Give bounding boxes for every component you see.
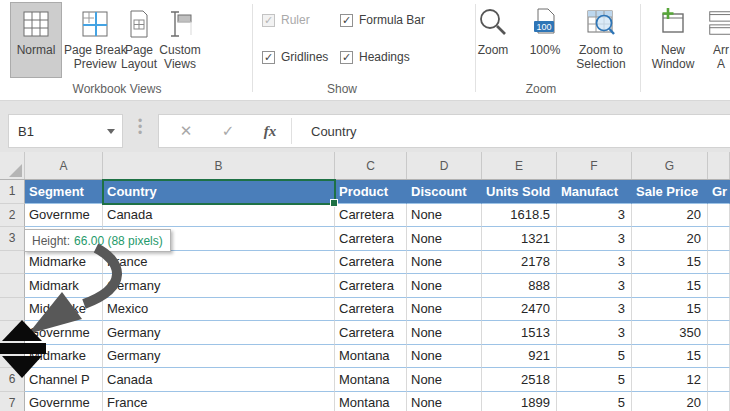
cell[interactable]: Montana <box>335 345 407 369</box>
checkbox-headings[interactable]: ✓Headings <box>340 50 410 64</box>
row-number[interactable] <box>0 298 25 322</box>
cell[interactable]: None <box>407 392 482 411</box>
cell[interactable]: 3 <box>557 298 632 322</box>
cell[interactable]: 20 <box>632 227 708 251</box>
cell[interactable]: None <box>407 274 482 298</box>
formula-content[interactable]: Country <box>301 115 357 147</box>
cell[interactable]: 15 <box>632 345 708 369</box>
cell[interactable] <box>708 368 730 392</box>
cell[interactable]: Units Sold <box>482 180 557 204</box>
cell[interactable]: 5 <box>557 368 632 392</box>
column-header-c[interactable]: C <box>335 152 407 179</box>
cell[interactable] <box>708 321 730 345</box>
cell[interactable]: Product <box>335 180 407 204</box>
cell[interactable] <box>708 345 730 369</box>
checkbox-formula-bar[interactable]: ✓Formula Bar <box>340 13 425 27</box>
cell[interactable]: 2470 <box>482 298 557 322</box>
cell[interactable]: 15 <box>632 251 708 275</box>
row-number[interactable] <box>0 321 25 345</box>
fill-handle[interactable] <box>330 199 338 207</box>
enter-icon[interactable]: ✓ <box>211 115 245 147</box>
cell[interactable] <box>708 392 730 411</box>
name-box-dropdown-icon[interactable] <box>107 129 115 134</box>
cell[interactable]: 5 <box>557 345 632 369</box>
cell[interactable]: Governme <box>25 392 103 411</box>
ribbon-button-arr-a[interactable]: ArrA <box>706 2 730 78</box>
cell[interactable]: 3 <box>557 321 632 345</box>
cell[interactable]: Segment <box>25 180 103 204</box>
cell[interactable]: 15 <box>632 274 708 298</box>
cell[interactable]: None <box>407 251 482 275</box>
cell[interactable]: 20 <box>632 204 708 228</box>
column-header-partial[interactable] <box>708 152 730 179</box>
cell[interactable]: Montana <box>335 392 407 411</box>
cell[interactable]: 921 <box>482 345 557 369</box>
cell[interactable]: Carretera <box>335 251 407 275</box>
cell[interactable]: France <box>103 392 335 411</box>
cell[interactable]: None <box>407 345 482 369</box>
cell[interactable]: None <box>407 368 482 392</box>
cell[interactable]: 2518 <box>482 368 557 392</box>
cell[interactable]: Carretera <box>335 274 407 298</box>
formula-bar-field[interactable]: ✕ ✓ fx Country <box>158 114 730 148</box>
cell[interactable]: Carretera <box>335 227 407 251</box>
column-header-a[interactable]: A <box>25 152 103 179</box>
cell[interactable] <box>708 227 730 251</box>
cell[interactable] <box>708 274 730 298</box>
cell[interactable]: 3 <box>557 204 632 228</box>
cell[interactable]: Carretera <box>335 321 407 345</box>
ribbon-button-100[interactable]: 100100% <box>522 2 568 78</box>
column-header-f[interactable]: F <box>557 152 632 179</box>
cell[interactable]: 20 <box>632 392 708 411</box>
row-number-6[interactable]: 6 <box>0 368 25 392</box>
cell[interactable]: Midmarke <box>25 298 103 322</box>
checkbox-gridlines[interactable]: ✓Gridlines <box>262 50 328 64</box>
cell[interactable]: France <box>103 251 335 275</box>
cell[interactable]: 888 <box>482 274 557 298</box>
cell[interactable]: Midmark <box>25 274 103 298</box>
cell[interactable]: Germany <box>103 274 335 298</box>
cell[interactable]: 3 <box>557 251 632 275</box>
row-number[interactable] <box>0 251 25 275</box>
cell[interactable]: Channel P <box>25 368 103 392</box>
cell[interactable]: None <box>407 227 482 251</box>
cell[interactable]: Carretera <box>335 298 407 322</box>
checkbox-box[interactable]: ✓ <box>262 51 275 64</box>
cancel-icon[interactable]: ✕ <box>169 115 203 147</box>
row-number-2[interactable]: 2 <box>0 204 25 228</box>
cell[interactable]: 3 <box>557 274 632 298</box>
cell[interactable]: 350 <box>632 321 708 345</box>
cell[interactable] <box>708 298 730 322</box>
cell[interactable]: Canada <box>103 204 335 228</box>
checkbox-box[interactable]: ✓ <box>340 14 353 27</box>
cell[interactable]: Sale Price <box>632 180 708 204</box>
cell[interactable] <box>708 251 730 275</box>
cell[interactable]: Discount <box>407 180 482 204</box>
row-number-3[interactable]: 3 <box>0 227 25 251</box>
ribbon-button-custom-views[interactable]: CustomViews <box>154 2 206 78</box>
cell[interactable]: Midmarke <box>25 345 103 369</box>
cell[interactable]: 1899 <box>482 392 557 411</box>
cell[interactable]: 15 <box>632 298 708 322</box>
cell[interactable]: 1321 <box>482 227 557 251</box>
cell[interactable]: 5 <box>557 392 632 411</box>
column-header-e[interactable]: E <box>482 152 557 179</box>
column-header-g[interactable]: G <box>632 152 708 179</box>
cell[interactable]: 12 <box>632 368 708 392</box>
cell[interactable]: Mexico <box>103 298 335 322</box>
cell[interactable]: Germany <box>103 321 335 345</box>
column-header-d[interactable]: D <box>407 152 482 179</box>
row-number-7[interactable]: 7 <box>0 392 25 411</box>
cell[interactable]: 1513 <box>482 321 557 345</box>
cell[interactable]: Germany <box>103 345 335 369</box>
cell[interactable] <box>708 204 730 228</box>
cell[interactable]: Montana <box>335 368 407 392</box>
column-header-b[interactable]: B <box>103 152 335 179</box>
cell[interactable]: 1618.5 <box>482 204 557 228</box>
insert-function-icon[interactable]: fx <box>253 115 287 147</box>
cell[interactable]: Carretera <box>335 204 407 228</box>
name-box[interactable]: B1 <box>8 114 123 148</box>
ribbon-button-normal[interactable]: Normal <box>10 2 62 78</box>
cell[interactable]: None <box>407 204 482 228</box>
select-all-corner[interactable] <box>0 152 25 179</box>
